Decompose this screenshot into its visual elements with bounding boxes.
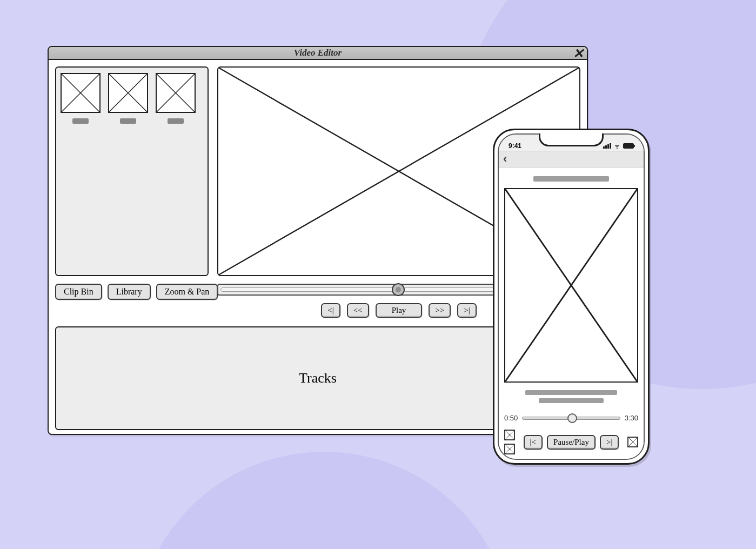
clip-bin-panel [55,66,209,276]
phone-scrubber[interactable] [522,417,620,420]
window-titlebar[interactable]: Video Editor ✕ [49,47,587,60]
close-icon[interactable]: ✕ [573,46,584,61]
scrubber-handle-icon[interactable] [392,283,405,296]
scrubber-handle-icon[interactable] [567,413,577,423]
battery-icon [623,143,634,149]
library-button[interactable]: Library [108,284,151,300]
clip-bin-button[interactable]: Clip Bin [55,284,102,300]
phone-notch [539,133,604,146]
go-end-button[interactable]: >| [457,303,476,318]
metadata-line-placeholder [525,390,617,395]
play-button[interactable]: Play [376,303,423,318]
clip-thumbnail[interactable] [108,73,148,113]
next-track-button[interactable]: >| [600,435,619,450]
clip-label-placeholder [168,118,184,124]
media-artwork[interactable] [504,188,638,383]
clip-label-placeholder [72,118,89,124]
phone-nav-bar: ‹ [499,151,644,168]
clip-thumbnail[interactable] [61,73,101,113]
go-start-button[interactable]: <| [321,303,340,318]
zoom-pan-button[interactable]: Zoom & Pan [156,284,218,300]
prev-track-button[interactable]: |< [524,435,543,450]
clip-label-placeholder [120,118,136,124]
tracks-label: Tracks [299,370,337,386]
rewind-button[interactable]: << [347,303,369,318]
clip-thumbnail[interactable] [156,73,196,113]
status-time: 9:41 [509,142,521,150]
placeholder-icon[interactable] [504,430,515,440]
placeholder-icon[interactable] [627,437,638,447]
forward-button[interactable]: >> [429,303,451,318]
placeholder-icon[interactable] [504,444,515,454]
title-placeholder [533,176,609,182]
back-icon[interactable]: ‹ [503,152,507,166]
phone-mockup: 9:41 ‹ 0:50 3:30 [493,129,650,465]
time-current: 0:50 [504,414,518,422]
pause-play-button[interactable]: Pause/Play [547,435,596,450]
window-title: Video Editor [294,48,342,58]
time-total: 3:30 [625,414,638,422]
signal-icon [603,143,611,149]
metadata-line-placeholder [539,398,604,403]
wifi-icon [613,142,621,150]
